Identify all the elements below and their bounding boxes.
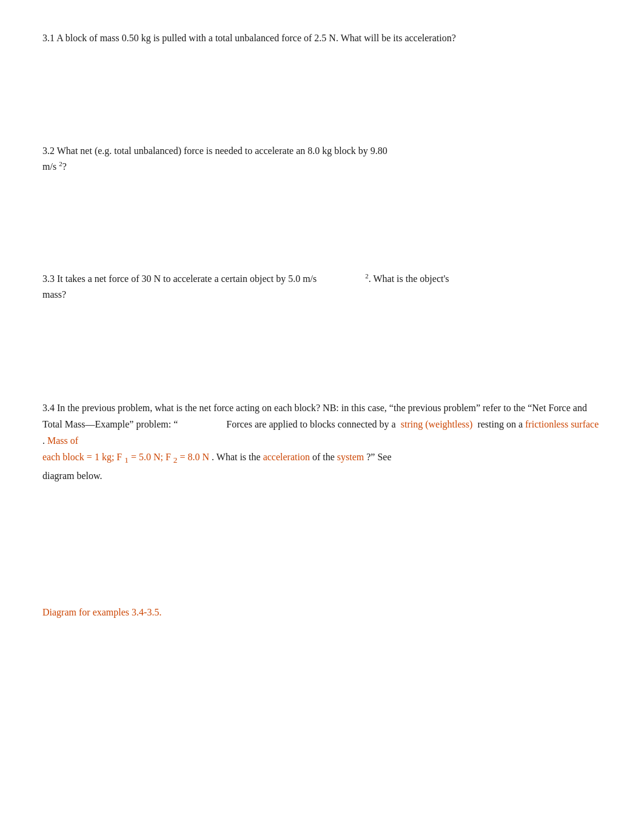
problem-3-4-acceleration: acceleration xyxy=(263,452,312,462)
problem-3-3-number: 3.3 xyxy=(42,273,55,284)
problem-3-2-number: 3.2 xyxy=(42,146,55,156)
problem-3-4-massof: Mass of xyxy=(47,435,78,446)
diagram-label-block: Diagram for examples 3.4-3.5. xyxy=(42,605,602,620)
problem-3-4-ofthe: of the xyxy=(312,452,335,462)
problem-3-4-number: 3.4 xyxy=(42,403,55,413)
diagram-label: Diagram for examples 3.4-3.5. xyxy=(42,605,602,620)
problem-3-2-body: What net (e.g. total unbalanced) force i… xyxy=(57,146,387,156)
problem-3-4-text: 3.4 In the previous problem, what is the… xyxy=(42,400,602,485)
problem-3-3-body: It takes a net force of 30 N to accelera… xyxy=(57,273,317,284)
problem-3-3: 3.3 It takes a net force of 30 N to acce… xyxy=(42,271,602,303)
problem-3-3-sup: 2. What is the object's xyxy=(365,273,449,284)
problem-3-4: 3.4 In the previous problem, what is the… xyxy=(42,400,602,485)
problem-3-4-string: string (weightless) xyxy=(398,419,475,429)
problem-3-4-whatisthe: . What is the xyxy=(212,452,261,462)
problem-3-4-forces: Forces are applied to blocks connected b… xyxy=(226,419,395,429)
problem-3-1-text: 3.1 A block of mass 0.50 kg is pulled wi… xyxy=(42,30,602,46)
problem-3-4-resting: resting on a xyxy=(477,419,523,429)
problem-3-2: 3.2 What net (e.g. total unbalanced) for… xyxy=(42,143,602,175)
problem-3-1: 3.1 A block of mass 0.50 kg is pulled wi… xyxy=(42,30,602,46)
problem-3-3-mass: mass? xyxy=(42,289,66,300)
problem-3-4-each-block: each block = 1 kg; F 1 = 5.0 N; F 2 = 8.… xyxy=(42,452,209,462)
problem-3-1-body: A block of mass 0.50 kg is pulled with a… xyxy=(56,33,456,43)
problem-3-4-surface: frictionless surface xyxy=(525,419,599,429)
problem-3-1-number: 3.1 xyxy=(42,33,55,43)
problem-3-4-end: ?” See xyxy=(366,452,391,462)
problem-3-4-period: . xyxy=(42,435,45,446)
problem-3-4-diagram-ref: diagram below. xyxy=(42,471,102,481)
problem-3-4-system: system xyxy=(337,452,366,462)
problem-3-2-units: m/s 2? xyxy=(42,161,67,172)
problem-3-2-text: 3.2 What net (e.g. total unbalanced) for… xyxy=(42,143,602,175)
problem-3-3-text: 3.3 It takes a net force of 30 N to acce… xyxy=(42,271,602,303)
